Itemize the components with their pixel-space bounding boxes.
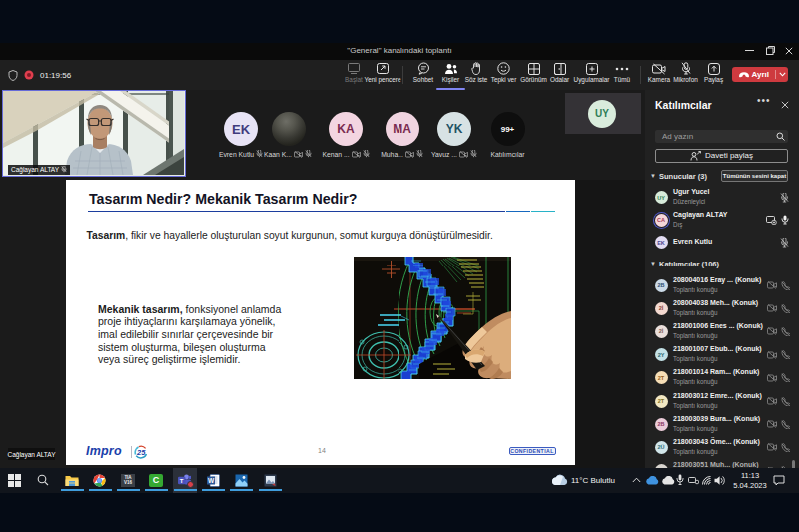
svg-text:W: W <box>207 477 214 484</box>
svg-text:25: 25 <box>136 448 146 457</box>
svg-text:T: T <box>180 478 184 484</box>
